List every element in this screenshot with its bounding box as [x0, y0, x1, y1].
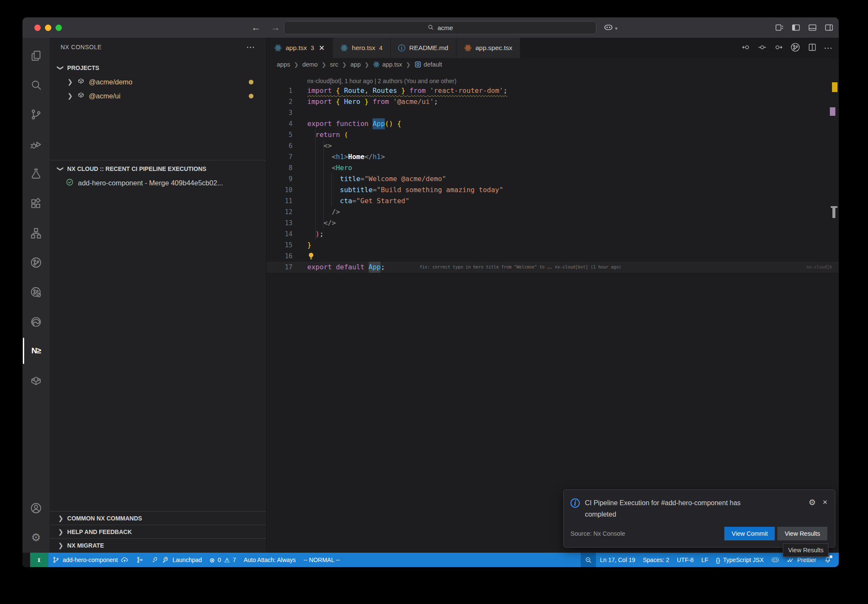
breadcrumb-item[interactable]: demo [302, 61, 317, 68]
problems-badge: 3 [311, 45, 314, 51]
code-editor[interactable]: nx-cloud[bot], 1 hour ago | 2 authors (Y… [267, 71, 839, 553]
problems[interactable]: ⊗0⚠7 [206, 553, 240, 567]
collapsed-sections: ❯COMMON NX COMMANDS❯HELP AND FEEDBACK❯NX… [50, 511, 266, 552]
toggle-secondary-sidebar-icon[interactable] [824, 23, 834, 34]
next-change-icon[interactable] [774, 43, 783, 53]
tab-app.tsx[interactable]: app.tsx3✕ [267, 38, 333, 58]
layout-controls [775, 23, 834, 34]
auto-attach[interactable]: Auto Attach: Always [240, 553, 300, 567]
project-item[interactable]: ❯@acme/ui [50, 89, 266, 103]
section-help-and-feedback[interactable]: ❯HELP AND FEEDBACK [50, 525, 266, 538]
project-structure-icon[interactable] [29, 226, 43, 240]
pipeline-execution-item[interactable]: add-hero-component - Merge 409b44e5cb02.… [50, 176, 266, 190]
code-line-16: 16 [267, 251, 839, 262]
gitlens-codelens[interactable]: nx-cloud[bot], 1 hour ago | 2 authors (Y… [267, 71, 839, 85]
view-commit-button[interactable]: View Commit [724, 527, 775, 540]
code-line-3: 3 [267, 107, 839, 118]
breadcrumb-item[interactable]: apps [277, 61, 290, 68]
breadcrumb-separator: ❯ [294, 62, 298, 68]
zoom-indicator[interactable] [581, 553, 596, 567]
chevron-right-icon: ❯ [67, 78, 73, 86]
close-window-button[interactable] [34, 25, 41, 31]
modified-dot [249, 94, 253, 98]
sidebar-title-row: NX CONSOLE ⋯ [50, 38, 266, 56]
open-change-icon[interactable] [758, 43, 767, 53]
line-number: 15 [267, 240, 292, 251]
chevron-down-icon: ❯ [57, 65, 64, 71]
double-check-icon: ✓✓ [787, 557, 791, 563]
info-icon: i [570, 498, 580, 508]
notification-settings-gear-icon[interactable]: ⚙ [809, 498, 816, 507]
commit-graph-icon[interactable] [790, 42, 801, 54]
gitlens-inspect-icon[interactable] [29, 285, 43, 299]
previous-change-icon[interactable] [742, 43, 751, 53]
tab-app.spec.tsx[interactable]: app.spec.tsx [456, 38, 520, 58]
section-divider [50, 160, 266, 160]
containers-icon[interactable] [29, 374, 43, 388]
line-number: 14 [267, 229, 292, 240]
git-branch2-icon [136, 556, 144, 564]
split-editor-icon[interactable] [808, 43, 817, 53]
commit-graph-icon[interactable] [29, 256, 43, 269]
project-label: @acme/ui [89, 92, 121, 100]
search-icon [427, 24, 434, 32]
view-results-button[interactable]: View Results [777, 527, 827, 540]
indentation[interactable]: Spaces: 2 [639, 553, 673, 567]
tab-hero.tsx[interactable]: hero.tsx4 [333, 38, 390, 58]
search-value: acme [437, 24, 453, 31]
run-debug-icon[interactable] [29, 138, 43, 151]
accounts-icon[interactable] [29, 501, 43, 515]
copilot-icon [771, 556, 779, 564]
extensions-icon[interactable] [29, 197, 43, 210]
copilot-status[interactable] [768, 553, 783, 567]
section-common-nx-commands[interactable]: ❯COMMON NX COMMANDS [50, 511, 266, 525]
remote-indicator[interactable] [30, 553, 48, 567]
more-actions-icon[interactable]: ⋯ [824, 43, 833, 53]
close-icon[interactable]: ✕ [319, 44, 325, 53]
forward-arrow-icon[interactable]: → [271, 22, 280, 33]
maximize-window-button[interactable] [56, 25, 62, 31]
vim-mode[interactable]: -- NORMAL -- [300, 553, 344, 567]
customize-layout-icon[interactable] [775, 23, 784, 34]
breadcrumb-item[interactable]: src [330, 61, 338, 68]
back-arrow-icon[interactable]: ← [251, 22, 261, 33]
tab-README.md[interactable]: ⓘREADME.md [391, 38, 456, 58]
eol[interactable]: LF [698, 553, 712, 567]
nx-console-icon[interactable]: N≥ [29, 344, 43, 358]
lightbulb-icon[interactable] [307, 252, 315, 260]
project-item[interactable]: ❯@acme/demo [50, 75, 266, 89]
breadcrumb-separator: ❯ [406, 62, 411, 68]
chevron-right-icon: ❯ [67, 92, 73, 100]
section-nx-cloud[interactable]: ❯ NX CLOUD :: RECENT CI PIPELINE EXECUTI… [50, 162, 266, 175]
testing-icon[interactable] [29, 167, 43, 181]
breadcrumb-item[interactable]: default [415, 61, 442, 68]
settings-icon[interactable]: ⚙ [29, 531, 43, 544]
edge-browser-icon[interactable] [29, 315, 43, 329]
toggle-panel-icon[interactable] [808, 23, 817, 34]
indent-guide [315, 129, 316, 240]
minimize-window-button[interactable] [45, 25, 51, 31]
commit-graph-status[interactable] [132, 553, 147, 567]
breadcrumb-item[interactable]: app [351, 61, 361, 68]
explorer-icon[interactable] [29, 49, 43, 63]
git-branch-status[interactable]: add-hero-component [48, 553, 132, 567]
language-mode[interactable]: {}TypeScript JSX [712, 553, 768, 567]
tab-bar: app.tsx3✕hero.tsx4ⓘREADME.mdapp.spec.tsx… [267, 38, 839, 58]
section-nx-migrate[interactable]: ❯NX MIGRATE [50, 538, 266, 552]
encoding[interactable]: UTF-8 [673, 553, 698, 567]
cursor-position[interactable]: Ln 17, Col 19 [596, 553, 639, 567]
source-control-icon[interactable] [29, 108, 43, 121]
chevron-down-icon: ▾ [615, 25, 618, 31]
command-center-search[interactable]: acme [284, 21, 596, 34]
toggle-primary-sidebar-icon[interactable] [791, 23, 801, 34]
notification-close-icon[interactable]: × [823, 498, 827, 507]
indent-guide [323, 140, 324, 229]
rocket-small-icon [151, 556, 159, 564]
breadcrumb-item[interactable]: app.tsx [373, 61, 402, 68]
section-projects[interactable]: ❯ PROJECTS [50, 62, 266, 74]
launchpad[interactable]: Launchpad [147, 553, 206, 567]
code-line-7: 7 <h1>Home</h1> [267, 151, 839, 162]
copilot-menu[interactable]: ▾ [604, 23, 618, 34]
search-icon[interactable] [29, 78, 43, 92]
more-actions-icon[interactable]: ⋯ [246, 42, 255, 52]
